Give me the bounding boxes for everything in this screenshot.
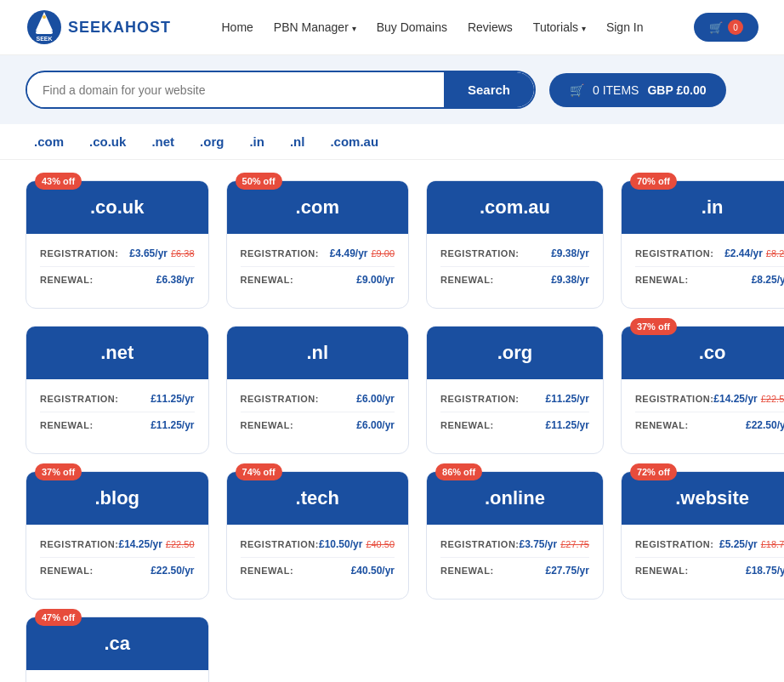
card-body: REGISTRATION: £14.25/yr£22.50 RENEWAL: £… xyxy=(622,379,784,453)
nav-home[interactable]: Home xyxy=(222,20,253,34)
domain-card[interactable]: 37% off .co REGISTRATION: £14.25/yr£22.5… xyxy=(621,326,784,454)
card-body: REGISTRATION: £9.38/yr RENEWAL: £9.38/yr xyxy=(427,234,603,308)
renewal-row: RENEWAL: £22.50/yr xyxy=(40,565,195,577)
discount-badge: 47% off xyxy=(35,609,82,626)
chevron-down-icon-2: ▾ xyxy=(582,24,586,33)
divider xyxy=(241,557,395,558)
svg-rect-2 xyxy=(36,31,53,34)
registration-price: £6.00/yr xyxy=(356,393,395,405)
search-input[interactable] xyxy=(27,73,444,107)
logo[interactable]: SEEK SEEKAHOST xyxy=(26,9,171,46)
domain-card[interactable]: 74% off .tech REGISTRATION: £10.50/yr£40… xyxy=(226,471,410,600)
registration-price-group: £3.75/yr£27.75 xyxy=(520,538,589,550)
nav-buy-domains[interactable]: Buy Domains xyxy=(377,20,447,34)
registration-label: REGISTRATION: xyxy=(241,248,319,259)
registration-label: REGISTRATION: xyxy=(440,539,519,549)
registration-price: £14.25/yr xyxy=(118,538,162,550)
domain-card[interactable]: 50% off .com REGISTRATION: £4.49/yr£9.00… xyxy=(226,180,410,309)
registration-price-group: £14.25/yr£22.50 xyxy=(713,393,784,405)
registration-price-group: £2.44/yr£8.25 xyxy=(724,247,784,259)
domain-card[interactable]: .org REGISTRATION: £11.25/yr RENEWAL: £1… xyxy=(426,326,604,454)
renewal-label: RENEWAL: xyxy=(440,565,494,576)
renewal-price: £9.00/yr xyxy=(356,274,395,286)
domain-card[interactable]: 70% off .in REGISTRATION: £2.44/yr£8.25 … xyxy=(621,180,784,309)
domain-card[interactable]: 47% off .ca REGISTRATION: £5.99/yr£11.25… xyxy=(26,617,209,682)
divider xyxy=(635,412,784,412)
registration-row: REGISTRATION: £2.44/yr£8.25 xyxy=(635,247,784,259)
divider xyxy=(241,266,395,267)
divider xyxy=(40,557,195,558)
registration-old-price: £40.50 xyxy=(366,539,395,549)
discount-badge: 37% off xyxy=(630,318,677,335)
card-tld-header: .nl xyxy=(227,327,409,379)
registration-row: REGISTRATION: £14.25/yr£22.50 xyxy=(635,393,784,405)
cart-icon-2: 🛒 xyxy=(570,83,584,97)
search-button[interactable]: Search xyxy=(444,72,534,107)
logo-icon: SEEK xyxy=(26,9,63,46)
renewal-label: RENEWAL: xyxy=(635,420,689,430)
renewal-row: RENEWAL: £40.50/yr xyxy=(241,565,395,577)
renewal-label: RENEWAL: xyxy=(635,565,689,576)
domain-card[interactable]: .net REGISTRATION: £11.25/yr RENEWAL: £1… xyxy=(26,326,209,454)
registration-row: REGISTRATION: £10.50/yr£40.50 xyxy=(241,538,395,550)
renewal-label: RENEWAL: xyxy=(241,565,294,576)
domain-card[interactable]: .com.au REGISTRATION: £9.38/yr RENEWAL: … xyxy=(426,180,604,309)
registration-price: £9.38/yr xyxy=(551,247,589,259)
registration-price-group: £3.65/yr£6.38 xyxy=(129,247,194,259)
tld-link-in[interactable]: .in xyxy=(249,134,264,149)
domain-card[interactable]: 37% off .blog REGISTRATION: £14.25/yr£22… xyxy=(26,471,209,600)
registration-row: REGISTRATION: £11.25/yr xyxy=(40,393,195,405)
renewal-price: £11.25/yr xyxy=(545,419,588,431)
tld-link-comau[interactable]: .com.au xyxy=(330,134,378,149)
card-tld-header: .com.au xyxy=(427,181,603,234)
card-tld-header: .org xyxy=(427,327,603,379)
registration-price: £10.50/yr xyxy=(319,538,362,550)
domain-card[interactable]: .nl REGISTRATION: £6.00/yr RENEWAL: £6.0… xyxy=(226,326,410,454)
nav-reviews[interactable]: Reviews xyxy=(468,20,513,34)
cart-summary-button[interactable]: 🛒 0 ITEMS GBP £0.00 xyxy=(549,73,726,107)
renewal-row: RENEWAL: £22.50/yr xyxy=(635,419,784,431)
renewal-price: £8.25/yr xyxy=(752,274,784,286)
registration-label: REGISTRATION: xyxy=(440,394,519,404)
domain-card[interactable]: 43% off .co.uk REGISTRATION: £3.65/yr£6.… xyxy=(26,180,209,309)
card-body: REGISTRATION: £11.25/yr RENEWAL: £11.25/… xyxy=(26,379,208,453)
discount-badge: 74% off xyxy=(236,463,282,480)
registration-label: REGISTRATION: xyxy=(635,248,713,259)
tld-link-couk[interactable]: .co.uk xyxy=(89,134,126,149)
nav-signin[interactable]: Sign In xyxy=(606,20,644,34)
domain-card[interactable]: 86% off .online REGISTRATION: £3.75/yr£2… xyxy=(426,471,604,600)
renewal-row: RENEWAL: £11.25/yr xyxy=(40,419,195,431)
tld-link-com[interactable]: .com xyxy=(34,134,64,149)
tld-link-net[interactable]: .net xyxy=(151,134,174,149)
discount-badge: 72% off xyxy=(630,463,677,480)
tld-link-org[interactable]: .org xyxy=(200,134,224,149)
nav-pbn-manager[interactable]: PBN Manager ▾ xyxy=(274,20,356,34)
card-body: REGISTRATION: £11.25/yr RENEWAL: £11.25/… xyxy=(427,379,603,453)
registration-row: REGISTRATION: £6.00/yr xyxy=(241,393,395,405)
renewal-price: £11.25/yr xyxy=(151,419,194,431)
renewal-row: RENEWAL: £9.00/yr xyxy=(241,274,395,286)
registration-price: £11.25/yr xyxy=(545,393,588,405)
registration-price-group: £4.49/yr£9.00 xyxy=(330,247,395,259)
card-body: REGISTRATION: £3.75/yr£27.75 RENEWAL: £2… xyxy=(427,525,603,599)
search-section: Search 🛒 0 ITEMS GBP £0.00 xyxy=(0,55,784,124)
navbar: SEEK SEEKAHOST Home PBN Manager ▾ Buy Do… xyxy=(0,0,784,55)
cart-items-label: 0 ITEMS xyxy=(593,83,639,97)
nav-cart-button[interactable]: 🛒 0 xyxy=(694,13,758,42)
registration-price-group: £11.25/yr xyxy=(545,393,588,405)
renewal-price: £22.50/yr xyxy=(151,565,194,577)
renewal-label: RENEWAL: xyxy=(635,275,689,285)
tld-link-nl[interactable]: .nl xyxy=(290,134,305,149)
registration-price-group: £10.50/yr£40.50 xyxy=(319,538,395,550)
card-body: REGISTRATION: £14.25/yr£22.50 RENEWAL: £… xyxy=(26,525,208,599)
card-body: REGISTRATION: £2.44/yr£8.25 RENEWAL: £8.… xyxy=(622,234,784,308)
nav-tutorials[interactable]: Tutorials ▾ xyxy=(533,20,586,34)
divider xyxy=(440,557,589,558)
registration-price-group: £6.00/yr xyxy=(356,393,395,405)
renewal-label: RENEWAL: xyxy=(440,420,494,430)
renewal-price: £27.75/yr xyxy=(545,565,588,577)
registration-label: REGISTRATION: xyxy=(241,394,319,404)
domain-card[interactable]: 72% off .website REGISTRATION: £5.25/yr£… xyxy=(621,471,784,600)
registration-price: £5.25/yr xyxy=(719,538,758,550)
divider xyxy=(635,557,784,558)
